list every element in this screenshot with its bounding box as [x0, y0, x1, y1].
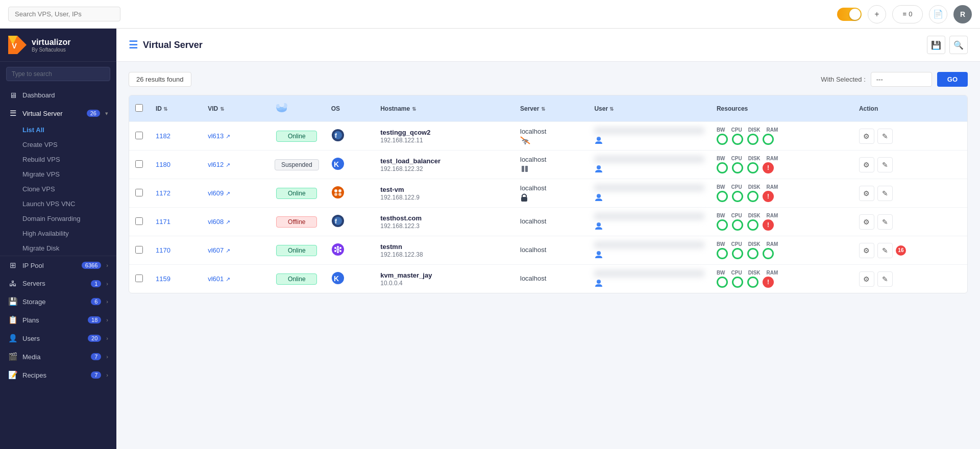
- chevron-right-icon: ›: [106, 317, 108, 323]
- vps-vid-link[interactable]: vl613: [208, 132, 224, 140]
- sort-id-icon[interactable]: ⇅: [163, 106, 167, 112]
- save-view-button[interactable]: 💾: [927, 36, 945, 54]
- edit-button[interactable]: ✎: [877, 214, 893, 230]
- vps-id-link[interactable]: 1172: [156, 189, 170, 197]
- sidebar-item-label: Storage: [22, 298, 86, 306]
- edit-button[interactable]: ✎: [877, 271, 893, 287]
- queue-button[interactable]: ≡ 0: [892, 5, 923, 23]
- resource-circle: [717, 277, 728, 288]
- user-name-blurred: [594, 213, 704, 220]
- sidebar-subitem-domain-forwarding[interactable]: Domain Forwarding: [0, 211, 116, 226]
- sidebar-item-media[interactable]: 🎬 Media 7 ›: [0, 347, 116, 366]
- server-name: localhost: [520, 246, 582, 254]
- sort-server-icon[interactable]: ⇅: [541, 106, 545, 112]
- resource-circle: [732, 219, 743, 231]
- go-button[interactable]: GO: [937, 72, 968, 87]
- user-avatar-button[interactable]: R: [953, 5, 972, 23]
- action-buttons: ⚙ ✎: [859, 157, 961, 172]
- notes-icon: 📄: [933, 9, 943, 19]
- sort-hostname-icon[interactable]: ⇅: [412, 106, 416, 112]
- chevron-right-icon: ›: [106, 281, 108, 287]
- vps-id-link[interactable]: 1170: [156, 246, 170, 254]
- external-link-icon[interactable]: ↗: [226, 162, 230, 168]
- ip-pool-badge: 6366: [82, 262, 101, 269]
- sidebar-item-ip-pool[interactable]: ⊞ IP Pool 6366 ›: [0, 256, 116, 275]
- row-checkbox[interactable]: [135, 160, 143, 168]
- edit-button[interactable]: ✎: [877, 129, 893, 144]
- vps-id-link[interactable]: 1180: [156, 161, 170, 168]
- sidebar-search-input[interactable]: [6, 67, 110, 81]
- settings-button[interactable]: ⚙: [859, 186, 874, 201]
- settings-button[interactable]: ⚙: [859, 129, 874, 144]
- sidebar-item-plans[interactable]: 📋 Plans 18 ›: [0, 311, 116, 329]
- plans-icon: 📋: [8, 315, 17, 325]
- user-name-blurred: [594, 127, 704, 134]
- cpu-label: CPU: [731, 270, 742, 276]
- vps-id-link[interactable]: 1182: [156, 132, 170, 140]
- topbar-search-input[interactable]: [8, 7, 120, 21]
- sidebar-item-recipes[interactable]: 📝 Recipes 7 ›: [0, 366, 116, 384]
- external-link-icon[interactable]: ↗: [226, 133, 230, 139]
- sidebar-subitem-create-vps[interactable]: Create VPS: [0, 137, 116, 152]
- sidebar-subitem-migrate-vps[interactable]: Migrate VPS: [0, 167, 116, 182]
- notes-button[interactable]: 📄: [929, 5, 947, 23]
- settings-button[interactable]: ⚙: [859, 271, 874, 287]
- settings-button[interactable]: ⚙: [859, 214, 874, 230]
- sidebar-subitem-migrate-disk[interactable]: Migrate Disk: [0, 241, 116, 256]
- sort-user-icon[interactable]: ⇅: [609, 106, 614, 112]
- sidebar-subitem-high-availability[interactable]: High Availability: [0, 226, 116, 241]
- resource-circle: [763, 134, 774, 145]
- action-buttons: ⚙ ✎: [859, 186, 961, 201]
- external-link-icon[interactable]: ↗: [226, 247, 230, 254]
- settings-button[interactable]: ⚙: [859, 157, 874, 172]
- vps-vid-link[interactable]: vl607: [208, 246, 224, 254]
- sidebar-item-virtual-server[interactable]: ☰ Virtual Server 26 ▾: [0, 104, 116, 122]
- edit-button[interactable]: ✎: [877, 186, 893, 201]
- servers-badge: 1: [91, 280, 101, 287]
- svg-point-31: [334, 247, 336, 249]
- logo-icon: V: [8, 36, 27, 54]
- sidebar-item-users[interactable]: 👤 Users 20 ›: [0, 329, 116, 347]
- vps-vid-link[interactable]: vl601: [208, 275, 224, 283]
- sort-vid-icon[interactable]: ⇅: [220, 106, 224, 112]
- vps-vid-link[interactable]: vl608: [208, 218, 224, 226]
- row-checkbox[interactable]: [135, 217, 143, 225]
- vps-id-link[interactable]: 1159: [156, 275, 170, 283]
- ram-warning-icon: !: [763, 162, 774, 173]
- settings-button[interactable]: ⚙: [859, 243, 874, 258]
- edit-button[interactable]: ✎: [877, 157, 893, 172]
- edit-button[interactable]: ✎: [877, 243, 893, 258]
- sidebar-subitem-list-all[interactable]: List All: [0, 122, 116, 137]
- sidebar-item-dashboard[interactable]: 🖥 Dashboard: [0, 86, 116, 104]
- col-os: OS: [325, 95, 375, 122]
- sidebar-item-servers[interactable]: 🖧 Servers 1 ›: [0, 275, 116, 292]
- ram-warning-icon: !: [763, 219, 774, 231]
- sidebar-subitem-launch-vps-vnc[interactable]: Launch VPS VNC: [0, 196, 116, 211]
- sidebar-subitem-clone-vps[interactable]: Clone VPS: [0, 182, 116, 196]
- row-checkbox[interactable]: [135, 189, 143, 196]
- hostname-text: test-vm: [380, 186, 508, 193]
- select-all-checkbox[interactable]: [135, 104, 143, 112]
- external-link-icon[interactable]: ↗: [226, 219, 230, 225]
- vps-vid-link[interactable]: vl612: [208, 161, 224, 168]
- vps-vid-link[interactable]: vl609: [208, 189, 224, 197]
- row-checkbox[interactable]: [135, 132, 143, 139]
- external-link-icon[interactable]: ↗: [226, 276, 230, 282]
- external-link-icon[interactable]: ↗: [226, 190, 230, 196]
- row-checkbox[interactable]: [135, 275, 143, 282]
- add-button[interactable]: +: [868, 5, 886, 23]
- resource-circle: [717, 134, 728, 145]
- user-cell: [588, 208, 710, 236]
- queue-count: 0: [909, 10, 912, 18]
- ip-address: 192.168.122.9: [380, 194, 420, 201]
- resource-circles: [717, 134, 847, 145]
- sidebar-subitem-rebuild-vps[interactable]: Rebuild VPS: [0, 152, 116, 167]
- with-selected-select[interactable]: ---: [871, 72, 932, 87]
- table-row: 1170 vl607 ↗ Online testmn 192.168.122.3…: [129, 236, 967, 265]
- sidebar-item-storage[interactable]: 💾 Storage 6 ›: [0, 292, 116, 311]
- bw-label: BW: [717, 241, 725, 247]
- theme-toggle[interactable]: [837, 8, 862, 21]
- row-checkbox[interactable]: [135, 246, 143, 254]
- vps-id-link[interactable]: 1171: [156, 218, 170, 226]
- search-button[interactable]: 🔍: [949, 36, 968, 54]
